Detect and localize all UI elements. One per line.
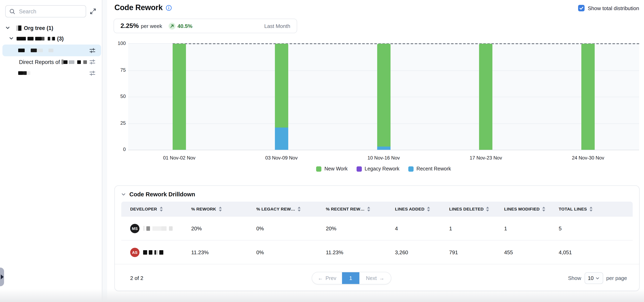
sidebar-item-group[interactable]: (3) (0, 33, 102, 44)
table-row[interactable]: MS 20% 0% 20% 4 1 1 5 (121, 216, 633, 240)
group-count: (3) (57, 35, 64, 42)
filter-icon[interactable] (89, 47, 96, 53)
arrow-left-icon: ← (318, 275, 323, 281)
sidebar-item-direct-reports[interactable]: Direct Reports of (0, 56, 102, 68)
sidebar-item-selected-team[interactable] (0, 45, 102, 56)
per-page-label: per page (606, 275, 627, 281)
bar-01 Nov-02 Nov[interactable] (172, 44, 186, 150)
col-rework: % REWORK (191, 206, 216, 211)
avatar: AS (130, 248, 140, 257)
total-lines-cell: 4,051 (559, 249, 633, 255)
recent-rework-segment (377, 146, 390, 150)
main-content: Code Rework Show total distribution 2.25… (107, 0, 644, 302)
show-total-distribution-checkbox[interactable] (578, 5, 584, 11)
dashboard-page: Org tree (1) (3) (0, 0, 644, 302)
panel-toggle-handle[interactable] (0, 268, 4, 286)
filter-icon[interactable] (89, 70, 96, 76)
arrow-right-icon: → (379, 275, 384, 281)
sort-icon[interactable] (160, 206, 163, 212)
stat-unit: per week (141, 23, 162, 29)
expand-sidebar-icon[interactable] (90, 8, 96, 15)
sidebar-item-org-tree[interactable]: Org tree (1) (0, 23, 102, 33)
avatar: MS (130, 224, 140, 233)
sort-icon[interactable] (486, 206, 489, 212)
drilldown-table: DEVELOPER % REWORK % LEGACY REW… % RECEN… (121, 202, 633, 264)
bar-24 Nov-30 Nov[interactable] (581, 44, 595, 150)
pagination: ←Prev 1 Next→ (312, 272, 391, 284)
next-page-button[interactable]: Next→ (360, 272, 391, 284)
org-avatar-redacted (16, 25, 22, 31)
rework-stat-card: 2.25% per week 40.5% Last Month (114, 19, 297, 33)
redacted-text (18, 71, 30, 75)
org-tree-label: Org tree (1) (24, 25, 53, 31)
y-axis-label: 25 (107, 120, 126, 126)
sort-icon[interactable] (298, 206, 301, 212)
new-work-segment (581, 44, 595, 150)
page-size-select[interactable]: 10 (584, 272, 603, 284)
sort-icon[interactable] (218, 206, 222, 212)
legacy-rework-cell: 0% (256, 225, 326, 231)
lines-added-cell: 3,260 (395, 249, 449, 255)
sort-icon[interactable] (367, 206, 370, 212)
sort-icon[interactable] (542, 206, 545, 212)
info-icon[interactable] (166, 5, 172, 11)
legend-label: Recent Rework (416, 166, 451, 172)
filter-icon[interactable] (89, 59, 96, 65)
total-reference-line (172, 43, 639, 44)
lines-deleted-cell: 791 (449, 249, 504, 255)
legend-item-new-work[interactable]: New Work (316, 166, 348, 172)
sort-icon[interactable] (427, 206, 430, 212)
lines-modified-cell: 455 (504, 249, 559, 255)
chevron-down-icon[interactable] (9, 36, 14, 41)
y-axis-label: 0 (107, 146, 126, 153)
legend-label: New Work (324, 166, 348, 172)
lines-modified-cell: 1 (504, 225, 559, 231)
direct-reports-label: Direct Reports of (19, 59, 60, 65)
page-1-button[interactable]: 1 (342, 272, 360, 284)
recent-rework-cell: 11.23% (326, 249, 395, 255)
legend-item-legacy-rework[interactable]: Legacy Rework (356, 166, 400, 172)
panel-gap (102, 0, 107, 302)
col-total-lines: TOTAL LINES (559, 206, 587, 211)
search-icon (9, 8, 15, 14)
stat-delta-value: 40.5% (178, 23, 192, 29)
show-label: Show (568, 275, 581, 281)
bar-10 Nov-16 Nov[interactable] (377, 44, 390, 150)
legend-item-recent-rework[interactable]: Recent Rework (408, 166, 451, 172)
redacted-text (16, 37, 55, 40)
x-axis-label: 10 Nov-16 Nov (368, 155, 400, 161)
show-total-distribution-label: Show total distribution (588, 5, 639, 11)
x-axis-label: 03 Nov-09 Nov (265, 155, 298, 161)
col-developer: DEVELOPER (130, 206, 157, 211)
redacted-text (62, 60, 87, 64)
legend-chip (408, 166, 414, 172)
new-work-segment (377, 44, 390, 146)
col-legacy-rework: % LEGACY REW… (256, 206, 295, 211)
prev-page-button[interactable]: ←Prev (312, 272, 342, 284)
x-axis-label: 17 Nov-23 Nov (470, 155, 502, 161)
bar-17 Nov-23 Nov[interactable] (479, 44, 492, 150)
sort-icon[interactable] (590, 206, 593, 212)
rework-cell: 20% (191, 225, 256, 231)
row-count: 2 of 2 (130, 275, 143, 281)
developer-cell: MS (121, 224, 191, 233)
stat-delta: 40.5% (168, 23, 192, 29)
bar-03 Nov-09 Nov[interactable] (275, 44, 288, 150)
search-input[interactable] (18, 8, 80, 15)
total-lines-cell: 5 (559, 225, 633, 231)
collapse-chevron-icon[interactable] (121, 192, 126, 197)
new-work-segment (172, 44, 186, 150)
table-row[interactable]: AS 11.23% 0% 11.23% 3,260 791 455 4,051 (121, 240, 633, 264)
developer-cell: AS (121, 248, 191, 257)
sidebar-item-team-2[interactable] (0, 68, 102, 79)
search-box[interactable] (5, 5, 86, 18)
chevron-down-icon[interactable] (5, 26, 10, 30)
table-header-row: DEVELOPER % REWORK % LEGACY REW… % RECEN… (121, 202, 633, 216)
recent-rework-cell: 20% (326, 225, 395, 231)
page-size-value: 10 (588, 275, 594, 281)
col-lines-deleted: LINES DELETED (449, 206, 484, 211)
x-axis-label: 24 Nov-30 Nov (572, 155, 604, 161)
org-tree: Org tree (1) (3) (0, 23, 102, 79)
trend-up-icon (168, 23, 176, 29)
legend-chip (316, 166, 322, 172)
